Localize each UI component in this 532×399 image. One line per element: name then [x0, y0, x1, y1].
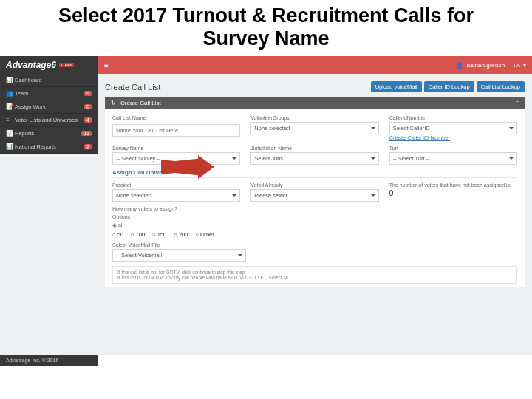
- app-screenshot: Advantage6 CRM ≡ 👤 nathan.gordon - TX ▾ …: [0, 56, 532, 366]
- info-line-2: If this list is for GOTV: To only call p…: [117, 275, 512, 280]
- volunteer-label: VolunteerGroups: [250, 115, 378, 120]
- volunteer-select[interactable]: None selected: [250, 122, 378, 134]
- radio-other[interactable]: Other: [195, 231, 214, 238]
- select-value: Please select: [254, 192, 287, 199]
- topbar: Advantage6 CRM ≡ 👤 nathan.gordon - TX ▾: [0, 56, 532, 74]
- voted-label: Voted Already: [250, 183, 378, 188]
- caller-id-select[interactable]: Select CallerID: [389, 122, 517, 134]
- jurisdiction-select[interactable]: Select Juris.: [250, 152, 378, 165]
- user-icon: 👤: [456, 62, 463, 69]
- collapse-icon[interactable]: ˆ: [516, 100, 519, 106]
- jurisdiction-label: Jurisdiction Name: [250, 146, 378, 151]
- radio-100[interactable]: 100: [131, 231, 145, 238]
- call-list-lookup-button[interactable]: Call List Lookup: [477, 81, 525, 92]
- turf-select[interactable]: -- Select Turf --: [389, 152, 517, 165]
- survey-label: Survey Name: [112, 146, 240, 151]
- user-name: nathan.gordon: [466, 62, 505, 69]
- user-menu[interactable]: 👤 nathan.gordon - TX ▾: [456, 62, 532, 69]
- sidebar-item-label: Reports: [15, 130, 81, 137]
- chevron-down-icon: [232, 194, 236, 197]
- user-sep: -: [508, 62, 510, 69]
- chevron-down-icon: [238, 254, 242, 256]
- sidebar-item-assign-work[interactable]: 📝Assign Work6: [0, 100, 98, 114]
- sidebar: 📊Dashboard 👥Team9 📝Assign Work6 ≡Voter L…: [0, 74, 98, 154]
- sidebar-item-label: Assign Work: [15, 103, 84, 110]
- survey-select[interactable]: -- Select Survey --: [112, 152, 240, 165]
- chevron-down-icon: [509, 157, 514, 160]
- chevron-down-icon: [371, 157, 375, 160]
- voted-select[interactable]: Please select: [250, 189, 378, 202]
- remaining-value: 0: [389, 189, 517, 197]
- sidebar-item-label: Dashboard: [15, 77, 92, 83]
- dashboard-icon: 📊: [6, 77, 15, 83]
- radio-50[interactable]: 50: [112, 231, 123, 238]
- chevron-down-icon: [509, 127, 514, 129]
- call-list-name-label: Call List Name: [112, 115, 240, 120]
- sidebar-item-label: National Reports: [15, 143, 84, 150]
- quantity-radios: 50 100 150 200 Other: [112, 231, 517, 238]
- select-value: None selected: [254, 125, 290, 132]
- sidebar-item-dashboard[interactable]: 📊Dashboard: [0, 74, 98, 87]
- create-caller-id-link[interactable]: Create Caller ID Number: [389, 134, 517, 141]
- badge: 4: [84, 117, 92, 123]
- select-value: Select CallerID: [393, 125, 430, 132]
- chevron-down-icon: [371, 127, 375, 129]
- panel-title: Create Call List: [120, 100, 161, 106]
- assign-icon: 📝: [6, 103, 15, 110]
- voicemail-select[interactable]: -- Select Voicemail --: [112, 249, 246, 262]
- panel-header: ↻ Create Call List ˆ: [105, 97, 525, 109]
- badge: 9: [84, 91, 92, 96]
- badge: 2: [84, 144, 92, 149]
- precinct-select[interactable]: None selected: [112, 189, 240, 202]
- page-title: Create Call List: [105, 83, 160, 92]
- sidebar-item-label: Team: [15, 90, 84, 97]
- caller-id-lookup-button[interactable]: Caller ID Lookup: [424, 81, 474, 92]
- badge: 11: [81, 131, 92, 136]
- sidebar-item-national-reports[interactable]: 📊National Reports2: [0, 140, 98, 154]
- team-icon: 👥: [6, 90, 15, 97]
- footer: Advantage Inc. © 2016: [0, 355, 98, 366]
- assign-section-title: Assign Call Universe: [112, 169, 517, 178]
- sidebar-item-label: Voter Lists and Universes: [15, 117, 84, 123]
- sidebar-item-team[interactable]: 👥Team9: [0, 87, 98, 100]
- sidebar-item-reports[interactable]: 📈Reports11: [0, 127, 98, 140]
- turf-label: Turf: [389, 146, 517, 151]
- remaining-label: The number of voters that have not been …: [389, 183, 517, 188]
- user-region: TX: [513, 62, 520, 69]
- brand-tag: CRM: [59, 63, 74, 67]
- radio-200[interactable]: 200: [174, 231, 188, 238]
- reports-icon: 📈: [6, 130, 15, 137]
- national-icon: 📊: [6, 143, 15, 150]
- hamburger-icon[interactable]: ≡: [98, 61, 115, 69]
- call-list-name-input[interactable]: [112, 124, 240, 137]
- brand-name: Advantage: [6, 60, 51, 70]
- panel-body: Call List Name VolunteerGroups None sele…: [105, 109, 525, 287]
- select-value: -- Select Turf --: [393, 155, 430, 162]
- radio-150[interactable]: 150: [152, 231, 166, 238]
- select-value: None selected: [116, 192, 151, 199]
- main: Create Call List Upload voiceMail Caller…: [98, 74, 532, 355]
- precinct-label: Precinct: [112, 183, 240, 188]
- caller-id-label: CallerIdNumber: [389, 115, 517, 120]
- slide-title: Select 2017 Turnout & Recruitment Calls …: [0, 0, 532, 56]
- chevron-down-icon: [371, 194, 375, 197]
- refresh-icon[interactable]: ↻: [111, 100, 116, 106]
- chevron-down-icon: [232, 157, 236, 160]
- select-value: -- Select Survey --: [116, 155, 160, 162]
- badge: 6: [84, 104, 92, 109]
- select-value: Select Juris.: [254, 155, 284, 162]
- info-line-1: If this call list is not for GOTV, click…: [117, 270, 512, 275]
- info-box: If this call list is not for GOTV, click…: [112, 266, 517, 284]
- sidebar-col: 📊Dashboard 👥Team9 📝Assign Work6 ≡Voter L…: [0, 74, 98, 355]
- voicemail-label: Select VoiceMail File: [112, 242, 517, 248]
- select-value: -- Select Voicemail --: [116, 252, 167, 259]
- upload-voicemail-button[interactable]: Upload voiceMail: [371, 81, 422, 92]
- brand: Advantage6 CRM: [0, 56, 98, 74]
- all-toggle[interactable]: ◉ all: [112, 222, 517, 228]
- how-many-label: How many voters to assign?: [112, 206, 517, 211]
- options-label: Options: [112, 214, 517, 219]
- list-icon: ≡: [6, 117, 15, 123]
- sidebar-item-voter-lists[interactable]: ≡Voter Lists and Universes4: [0, 114, 98, 127]
- chevron-down-icon: ▾: [523, 62, 526, 69]
- brand-suffix: 6: [51, 60, 56, 70]
